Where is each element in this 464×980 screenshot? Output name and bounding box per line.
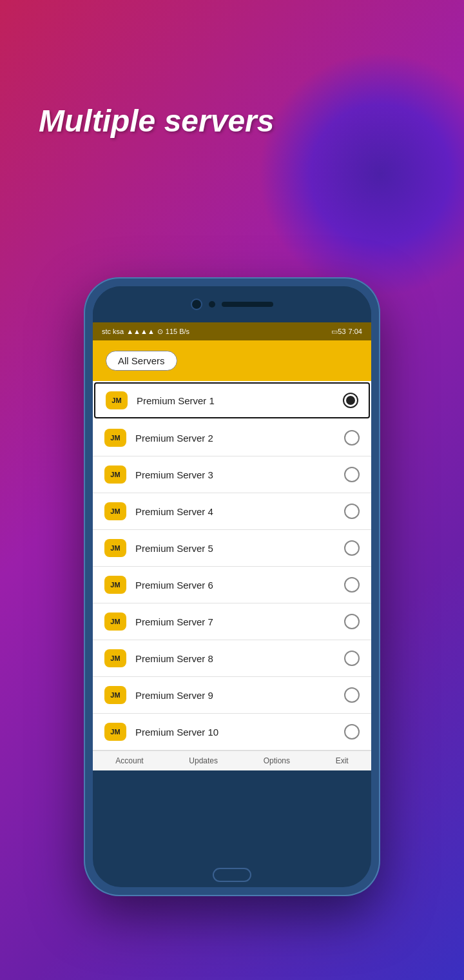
server-name-4: Premium Server 4	[135, 506, 344, 517]
jm-logo-1: JM	[106, 391, 128, 409]
account-label: Account	[115, 756, 143, 765]
server-item-3[interactable]: JM Premium Server 3	[93, 456, 371, 493]
phone-top-bar	[93, 286, 371, 322]
radio-btn-10[interactable]	[344, 724, 360, 740]
radio-btn-5[interactable]	[344, 540, 360, 556]
jm-logo-2: JM	[104, 429, 126, 447]
server-name-2: Premium Server 2	[135, 433, 344, 444]
server-item-6[interactable]: JM Premium Server 6	[93, 567, 371, 603]
server-item-10[interactable]: JM Premium Server 10	[93, 714, 371, 750]
jm-logo-3: JM	[104, 466, 126, 484]
updates-label: Updates	[189, 756, 218, 765]
wifi-icon: ⊙	[157, 328, 163, 336]
server-list: JM Premium Server 1 JM Premium Server 2 …	[93, 381, 371, 750]
server-item-7[interactable]: JM Premium Server 7	[93, 603, 371, 640]
carrier-text: stc ksa	[102, 328, 124, 335]
radio-btn-3[interactable]	[344, 467, 360, 482]
data-speed: 115 B/s	[166, 328, 189, 335]
jm-logo-8: JM	[104, 649, 126, 667]
jm-logo-10: JM	[104, 723, 126, 741]
jm-logo-6: JM	[104, 576, 126, 594]
server-name-7: Premium Server 7	[135, 616, 344, 627]
exit-label: Exit	[336, 756, 349, 765]
nav-exit[interactable]: Exit	[336, 756, 349, 765]
server-name-10: Premium Server 10	[135, 727, 344, 738]
radio-btn-1[interactable]	[343, 393, 358, 408]
jm-logo-4: JM	[104, 502, 126, 520]
home-button[interactable]	[213, 868, 251, 882]
front-camera	[191, 299, 202, 310]
background-decoration	[258, 52, 464, 297]
servers-header: All Servers	[93, 340, 371, 381]
radio-btn-6[interactable]	[344, 577, 360, 593]
nav-options[interactable]: Options	[264, 756, 290, 765]
server-item-2[interactable]: JM Premium Server 2	[93, 420, 371, 456]
time-display: 7:04	[349, 328, 362, 335]
jm-logo-7: JM	[104, 612, 126, 631]
server-name-5: Premium Server 5	[135, 543, 344, 554]
radio-btn-8[interactable]	[344, 651, 360, 666]
jm-logo-9: JM	[104, 686, 126, 704]
status-left: stc ksa ▲▲▲▲ ⊙ 115 B/s	[102, 328, 189, 336]
phone-frame: stc ksa ▲▲▲▲ ⊙ 115 B/s ▭53 7:04 All Serv…	[84, 277, 380, 896]
battery-icon: ▭53	[331, 328, 345, 336]
nav-updates[interactable]: Updates	[189, 756, 218, 765]
bottom-nav: Account Updates Options Exit	[93, 750, 371, 770]
nav-account[interactable]: Account	[115, 756, 143, 765]
server-item-1[interactable]: JM Premium Server 1	[94, 382, 370, 418]
server-item-9[interactable]: JM Premium Server 9	[93, 677, 371, 714]
screen-content: All Servers JM Premium Server 1 JM Premi…	[93, 340, 371, 887]
server-item-8[interactable]: JM Premium Server 8	[93, 640, 371, 677]
all-servers-button[interactable]: All Servers	[106, 351, 177, 371]
server-name-1: Premium Server 1	[137, 395, 343, 406]
status-bar: stc ksa ▲▲▲▲ ⊙ 115 B/s ▭53 7:04	[93, 322, 371, 340]
server-name-9: Premium Server 9	[135, 690, 344, 701]
options-label: Options	[264, 756, 290, 765]
jm-logo-5: JM	[104, 539, 126, 557]
radio-inner-1	[346, 396, 355, 405]
server-name-6: Premium Server 6	[135, 580, 344, 591]
server-item-4[interactable]: JM Premium Server 4	[93, 493, 371, 530]
radio-btn-2[interactable]	[344, 430, 360, 446]
server-item-5[interactable]: JM Premium Server 5	[93, 530, 371, 567]
phone-screen: stc ksa ▲▲▲▲ ⊙ 115 B/s ▭53 7:04 All Serv…	[93, 286, 371, 887]
radio-btn-9[interactable]	[344, 687, 360, 703]
radio-btn-4[interactable]	[344, 504, 360, 519]
page-title: Multiple servers	[39, 103, 274, 139]
server-name-8: Premium Server 8	[135, 653, 344, 664]
camera-dot	[209, 301, 215, 308]
speaker	[222, 302, 273, 307]
status-right: ▭53 7:04	[331, 328, 362, 336]
radio-btn-7[interactable]	[344, 614, 360, 629]
server-name-3: Premium Server 3	[135, 469, 344, 480]
signal-bars: ▲▲▲▲	[126, 328, 155, 335]
